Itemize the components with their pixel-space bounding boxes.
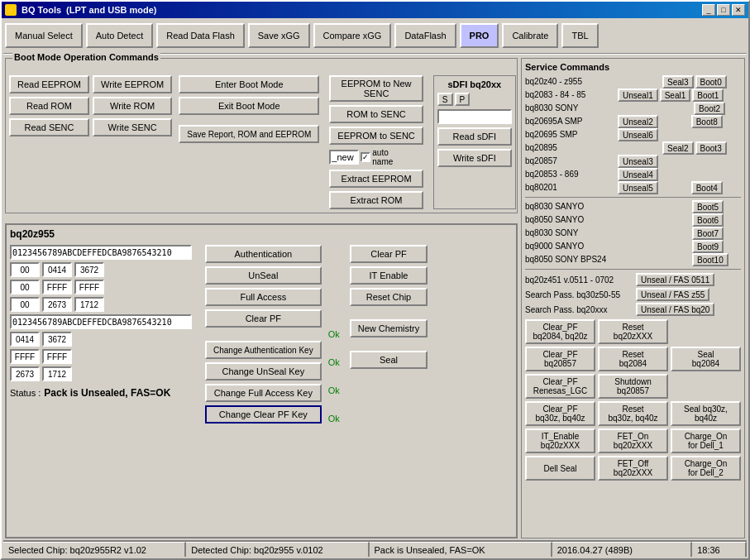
close-button[interactable]: ✕	[732, 4, 745, 16]
change-auth-key-button[interactable]: Change Authentication Key	[205, 341, 322, 359]
dell-seal-button[interactable]: Dell Seal	[525, 456, 595, 481]
hex-r5c2[interactable]	[10, 349, 40, 364]
clear-pf-bq20857-button[interactable]: Clear_PF bq20857	[525, 347, 595, 371]
sdfi-s-button[interactable]: S	[437, 93, 453, 106]
boot4-button[interactable]: Boot4	[691, 181, 723, 194]
boot10-button[interactable]: Boot10	[692, 253, 729, 266]
unseal-fas-bq20-button[interactable]: Unseal / FAS bq20	[636, 303, 714, 316]
hex-r6c3[interactable]	[42, 366, 72, 381]
unseal-fas-z55-button[interactable]: Unseal / FAS z55	[636, 288, 709, 301]
pro-button[interactable]: PRO	[460, 23, 499, 48]
unseal5-button[interactable]: Unseal5	[618, 181, 658, 194]
fet-on-bq20xxx-button[interactable]: FET_On bq20zXXX	[598, 428, 668, 453]
unseal6-button[interactable]: Unseal6	[618, 128, 658, 141]
extract-rom-button[interactable]: Extract ROM	[329, 191, 423, 209]
write-eeprom-button[interactable]: Write EEPROM	[93, 75, 172, 93]
save-xgg-button[interactable]: Save xGG	[248, 23, 310, 48]
maximize-button[interactable]: □	[717, 4, 730, 16]
unseal-fas-0511-button[interactable]: Unseal / FAS 0511	[636, 273, 714, 286]
hex-r1c2[interactable]	[42, 262, 72, 277]
hex-r1c3[interactable]	[74, 262, 104, 277]
hex-bottom-input[interactable]	[10, 314, 192, 329]
boot2-button[interactable]: Boot2	[694, 102, 725, 115]
it-enable-button[interactable]: IT Enable	[350, 266, 428, 285]
it-enable-bq20xxx-button[interactable]: IT_Enable bq20zXXX	[525, 428, 595, 453]
unseal1-button[interactable]: Unseal1	[618, 89, 658, 102]
reset-bq30z-button[interactable]: Reset bq30z, bq40z	[598, 401, 668, 426]
reset-bq2084-button[interactable]: Reset bq2084	[598, 347, 668, 371]
read-sdfi-button[interactable]: Read sDFI	[437, 127, 512, 146]
clear-pf-main-button[interactable]: Clear PF	[205, 309, 322, 328]
read-rom-button[interactable]: Read ROM	[9, 97, 89, 115]
seal-bq2084-button[interactable]: Seal bq2084	[671, 347, 741, 371]
write-sdfi-button[interactable]: Write sDFI	[437, 149, 512, 167]
seal3-button[interactable]: Seal3	[662, 75, 694, 89]
hex-top-input[interactable]	[10, 245, 192, 260]
charge-on-dell1-button[interactable]: Charge_On for Dell_1	[671, 428, 741, 453]
rom-to-senc-button[interactable]: ROM to SENC	[329, 105, 423, 123]
hex-r3c3[interactable]	[74, 297, 104, 312]
boot6-button[interactable]: Boot6	[692, 213, 724, 227]
clear-pf-right-button[interactable]: Clear PF	[350, 245, 428, 263]
seal-button[interactable]: Seal	[350, 351, 428, 369]
write-senc-button[interactable]: Write SENC	[93, 118, 172, 136]
boot5-button[interactable]: Boot5	[692, 200, 724, 213]
boot3-button[interactable]: Boot3	[695, 141, 727, 155]
boot0-button[interactable]: Boot0	[695, 75, 727, 89]
seal1-button[interactable]: Seal1	[660, 89, 691, 102]
boot7-button[interactable]: Boot7	[692, 227, 724, 240]
unseal2-button[interactable]: Unseal2	[618, 115, 658, 128]
exit-boot-mode-button[interactable]: Exit Boot Mode	[179, 97, 319, 115]
unseal4-button[interactable]: Unseal4	[618, 168, 658, 181]
calibrate-button[interactable]: Calibrate	[502, 23, 558, 48]
hex-r2c1[interactable]	[10, 280, 40, 294]
clear-pf-renesas-button[interactable]: Clear_PF Renesas_LGC	[525, 374, 595, 399]
unseal-button[interactable]: UnSeal	[205, 266, 322, 285]
eeprom-to-senc-button[interactable]: EEPROM to SENC	[329, 127, 423, 145]
auto-detect-button[interactable]: Auto Detect	[86, 23, 153, 48]
change-unseal-key-button[interactable]: Change UnSeal Key	[205, 362, 322, 381]
enter-boot-mode-button[interactable]: Enter Boot Mode	[179, 75, 319, 93]
authentication-button[interactable]: Authentication	[205, 245, 322, 263]
full-access-button[interactable]: Full Access	[205, 288, 322, 306]
boot1-button[interactable]: Boot1	[692, 89, 724, 102]
tbl-button[interactable]: TBL	[561, 23, 598, 48]
unseal3-button[interactable]: Unseal3	[618, 155, 658, 168]
seal2-button[interactable]: Seal2	[662, 141, 694, 155]
clear-pf-bq30z-button[interactable]: Clear_PF bq30z, bq40z	[525, 401, 595, 426]
write-rom-button[interactable]: Write ROM	[93, 97, 172, 115]
change-clear-pf-button[interactable]: Change Clear PF Key	[205, 405, 322, 424]
sdfi-input[interactable]	[437, 109, 512, 124]
fet-off-bq20xxx-button[interactable]: FET_Off bq20zXXX	[598, 456, 668, 481]
minimize-button[interactable]: _	[702, 4, 715, 16]
hex-r4c2[interactable]	[10, 332, 40, 347]
hex-r2c3[interactable]	[74, 280, 104, 294]
eeprom-to-new-senc-button[interactable]: EEPROM to New SENC	[329, 75, 423, 102]
change-full-access-button[interactable]: Change Full Access Key	[205, 384, 322, 402]
hex-r4c3[interactable]	[42, 332, 72, 347]
hex-r5c3[interactable]	[42, 349, 72, 364]
boot9-button[interactable]: Boot9	[692, 240, 724, 253]
read-data-flash-button[interactable]: Read Data Flash	[156, 23, 245, 48]
data-flash-button[interactable]: DataFlash	[394, 23, 456, 48]
manual-select-button[interactable]: Manual Select	[5, 23, 83, 48]
boot8-button[interactable]: Boot8	[691, 115, 723, 128]
compare-xgg-button[interactable]: Compare xGG	[313, 23, 392, 48]
shutdown-bq20857-button[interactable]: Shutdown bq20857	[598, 374, 668, 399]
hex-r1c1[interactable]	[10, 262, 40, 277]
auto-name-checkbox[interactable]: ✓	[361, 152, 370, 162]
hex-r3c2[interactable]	[42, 297, 72, 312]
save-report-button[interactable]: Save Report, ROM and EEPROM	[179, 125, 319, 143]
charge-on-dell2-button[interactable]: Charge_On for Dell_2	[671, 456, 741, 481]
reset-chip-button[interactable]: Reset Chip	[350, 288, 428, 306]
new-input[interactable]	[329, 150, 359, 165]
read-eeprom-button[interactable]: Read EEPROM	[9, 75, 89, 93]
hex-r6c2[interactable]	[10, 366, 40, 381]
hex-r2c2[interactable]	[42, 280, 72, 294]
sdfi-p-button[interactable]: P	[455, 93, 471, 106]
extract-eeprom-button[interactable]: Extract EEPROM	[329, 170, 423, 188]
clear-pf-bq2084-button[interactable]: Clear_PF bq2084, bq20z	[525, 319, 595, 344]
read-senc-button[interactable]: Read SENC	[9, 118, 89, 136]
hex-r3c1[interactable]	[10, 297, 40, 312]
reset-bq20xxx-button[interactable]: Reset bq20zXXX	[598, 319, 668, 344]
